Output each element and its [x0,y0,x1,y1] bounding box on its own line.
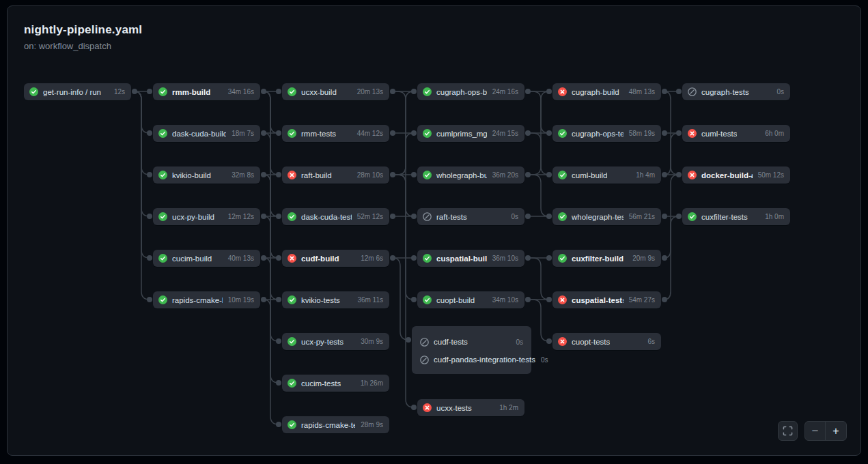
job-duration: 0s [510,338,523,346]
port-dot [411,130,417,136]
job-label: cuspatial-tests [572,296,624,304]
job-label: cudf-tests [434,338,468,346]
status-failure-icon [558,87,567,96]
fit-view-button[interactable] [778,421,798,441]
job-duration: 36m 10s [487,255,518,262]
job-dask-cuda-build[interactable]: dask-cuda-build18m 7s [153,125,260,142]
job-duration: 1h 26m [355,379,383,387]
job-cudf-pandas-integration-tests[interactable]: cudf-pandas-integration-tests0s [420,351,523,368]
job-cumlprims_mg-build[interactable]: cumlprims_mg-build24m 15s [417,125,524,142]
zoom-in-button[interactable]: + [826,422,846,440]
job-rapids-cmake-tests[interactable]: rapids-cmake-tests28m 9s [282,416,389,433]
job-ucxx-tests[interactable]: ucxx-tests1h 2m [417,399,524,416]
job-kvikio-build[interactable]: kvikio-build32m 8s [153,166,260,184]
port-dot [132,89,137,94]
edge [664,216,679,258]
status-success-icon [558,171,567,179]
job-duration: 54m 27s [624,296,655,304]
job-duration: 50m 12s [753,171,784,179]
port-dot [676,214,682,219]
status-success-icon [288,87,296,96]
workflow-title: nightly-pipeline.yaml [24,23,142,37]
status-failure-icon [688,171,697,179]
job-ucx-py-tests[interactable]: ucx-py-tests30m 9s [282,333,389,350]
workflow-graph-canvas[interactable]: get-run-info / run12srmm-build34m 16sdas… [0,0,868,464]
workflow-trigger: on: workflow_dispatch [24,41,142,51]
job-kvikio-tests[interactable]: kvikio-tests36m 11s [282,291,389,308]
job-duration: 48m 13s [624,88,655,96]
status-failure-icon [288,254,296,263]
port-dot [390,214,395,219]
job-cuml-build[interactable]: cuml-build1h 4m [552,166,661,184]
job-cugraph-tests[interactable]: cugraph-tests0s [682,83,790,100]
port-dot [662,89,667,94]
status-failure-icon [558,337,567,346]
status-success-icon [558,254,567,263]
job-cuml-tests[interactable]: cuml-tests6h 0m [682,125,790,142]
job-label: cugraph-tests [701,88,749,96]
job-cugraph-ops-tests[interactable]: cugraph-ops-tests58m 19s [552,125,661,142]
job-run[interactable]: get-run-info / run12s [24,83,131,100]
edge [664,175,679,300]
edge [528,133,549,175]
port-dot [546,297,552,302]
job-group-cudf-tests-group[interactable]: cudf-tests0scudf-pandas-integration-test… [412,326,531,374]
job-cugraph-build[interactable]: cugraph-build48m 13s [552,83,661,100]
status-success-icon [423,129,432,138]
job-cuxfilter-build[interactable]: cuxfilter-build20m 9s [552,250,661,267]
job-label: cugraph-ops-build [436,88,487,96]
status-skipped-icon [420,356,429,364]
job-duration: 56m 21s [624,213,655,220]
job-cucim-tests[interactable]: cucim-tests1h 26m [282,375,389,392]
job-docker-build-and-test[interactable]: docker-build-and-test50m 12s [682,166,790,184]
job-duration: 0s [505,213,518,220]
port-dot [390,255,395,261]
port-dot [276,214,281,219]
port-dot [147,214,152,219]
job-label: wholegraph-tests [572,213,624,221]
job-wholegraph-build[interactable]: wholegraph-build36m 20s [417,166,524,184]
job-label: rapids-cmake-build [172,296,223,304]
job-label: kvikio-tests [301,296,340,304]
job-duration: 30m 9s [355,338,383,345]
job-label: ucx-py-build [172,213,214,221]
job-rapids-cmake-build[interactable]: rapids-cmake-build10m 19s [153,291,260,308]
job-cudf-tests[interactable]: cudf-tests0s [420,333,523,351]
job-cuopt-tests[interactable]: cuopt-tests6s [552,333,661,350]
job-ucx-py-build[interactable]: ucx-py-build12m 12s [153,208,260,225]
job-raft-build[interactable]: raft-build28m 10s [282,166,389,184]
edge [528,175,549,216]
job-label: cuspatial-build [436,255,487,263]
job-cugraph-ops-build[interactable]: cugraph-ops-build24m 16s [417,83,524,100]
job-label: cuml-tests [701,130,737,138]
job-duration: 40m 13s [223,255,254,262]
job-cuopt-build[interactable]: cuopt-build34m 10s [417,291,524,308]
zoom-out-button[interactable]: − [805,422,826,440]
job-cucim-build[interactable]: cucim-build40m 13s [153,250,260,267]
job-ucxx-build[interactable]: ucxx-build20m 13s [282,83,389,100]
job-cuspatial-tests[interactable]: cuspatial-tests54m 27s [552,291,661,308]
job-rmm-build[interactable]: rmm-build34m 16s [153,83,260,100]
job-duration: 32m 8s [226,171,254,179]
job-label: wholegraph-build [436,171,487,179]
job-label: kvikio-build [172,171,211,179]
edge-layer [0,0,868,464]
job-label: cudf-build [301,255,339,263]
job-raft-tests[interactable]: raft-tests0s [417,208,524,225]
port-dot [546,255,552,261]
job-wholegraph-tests[interactable]: wholegraph-tests56m 21s [552,208,661,225]
port-dot [276,422,281,427]
port-dot [261,255,266,261]
job-rmm-tests[interactable]: rmm-tests44m 12s [282,125,389,142]
port-dot [276,338,281,344]
job-cudf-build[interactable]: cudf-build12m 6s [282,250,389,267]
status-success-icon [29,87,38,96]
job-duration: 12m 12s [223,213,254,220]
edge [664,133,679,175]
port-dot [546,338,552,344]
job-cuxfilter-tests[interactable]: cuxfilter-tests1h 0m [682,208,790,225]
job-label: raft-build [301,171,332,179]
job-dask-cuda-tests[interactable]: dask-cuda-tests52m 12s [282,208,389,225]
job-cuspatial-build[interactable]: cuspatial-build36m 10s [417,250,524,267]
status-success-icon [158,129,167,138]
